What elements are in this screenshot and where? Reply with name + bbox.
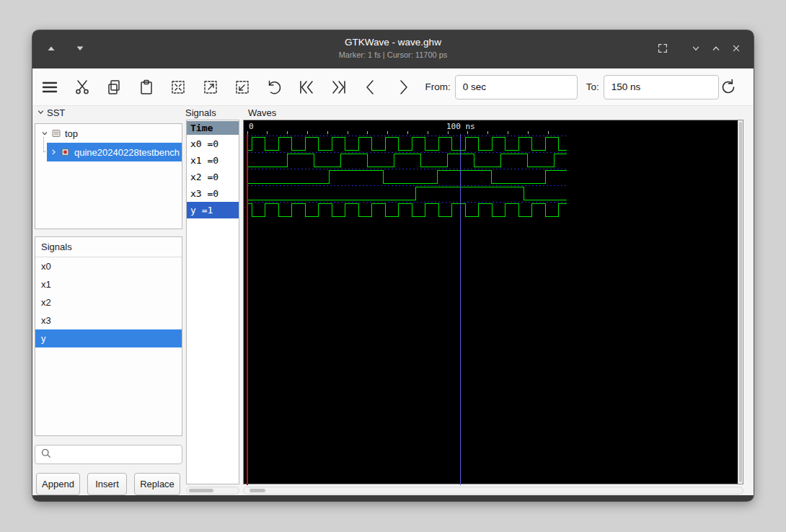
reload-icon — [719, 78, 738, 97]
chevron-up-icon — [710, 42, 723, 58]
chevron-down-icon — [37, 107, 45, 118]
signals-frame-label: Signals — [185, 107, 216, 118]
signal-filter — [35, 445, 182, 464]
scrollbar-thumb[interactable] — [250, 489, 265, 492]
menu-button[interactable] — [37, 74, 63, 100]
window-footer — [32, 495, 754, 501]
replace-button[interactable]: Replace — [134, 473, 180, 495]
zoom-out-button[interactable] — [229, 74, 255, 100]
wave-horizontal-scrollbar[interactable] — [243, 487, 743, 495]
marker-cursor-status: Marker: 1 fs | Cursor: 11700 ps — [32, 50, 754, 59]
timeline-label: 100 ns — [446, 122, 475, 131]
waveform-display[interactable]: 0100 ns — [244, 120, 739, 485]
waves-frame-label: Waves — [248, 107, 276, 118]
waveform-x1 — [247, 154, 567, 167]
undo-icon — [265, 78, 284, 97]
zoom-out-icon — [233, 78, 252, 97]
tree-node-quine20240228testbench[interactable]: quine20240228testbench — [35, 143, 182, 161]
waveform-x2 — [247, 171, 567, 184]
close-button[interactable] — [726, 40, 746, 60]
chevron-down-icon — [689, 42, 702, 58]
scrollbar-thumb[interactable] — [739, 122, 742, 482]
search-icon — [40, 447, 52, 462]
insert-button[interactable]: Insert — [87, 473, 127, 495]
main-area: SST topquine20240228testbench Signals x0… — [32, 106, 754, 495]
copy-icon — [105, 78, 123, 97]
sst-section-header[interactable]: SST — [37, 107, 65, 118]
waveform-y — [247, 204, 567, 217]
to-start-button[interactable] — [293, 74, 319, 100]
paste-button[interactable] — [133, 74, 159, 100]
signal-names-column: Time x0 =0x1 =0x2 =0x3 =0y =1 — [186, 120, 239, 484]
to-end-icon — [330, 78, 348, 97]
titlebar: GTKWave - wave.ghw Marker: 1 fs | Cursor… — [32, 30, 754, 68]
next-icon — [394, 78, 412, 97]
prev-button[interactable] — [358, 74, 384, 100]
to-start-icon — [297, 78, 316, 97]
fullscreen-icon — [656, 42, 669, 58]
to-label: To: — [586, 81, 599, 92]
module-icon — [60, 147, 71, 157]
signal-row-x2[interactable]: x2 =0 — [187, 169, 239, 185]
signal-search-panel: Signals x0x1x2x3y — [35, 236, 182, 436]
undo-button[interactable] — [262, 74, 288, 100]
scrollbar-thumb[interactable] — [189, 489, 213, 492]
timeline-label: 0 — [249, 122, 254, 131]
maximize-button[interactable] — [706, 40, 726, 60]
to-end-button[interactable] — [326, 74, 352, 100]
menu-icon — [40, 78, 59, 97]
tree-node-label: top — [65, 128, 78, 139]
signal-list-item-x2[interactable]: x2 — [35, 293, 182, 311]
signal-row-x1[interactable]: x1 =0 — [187, 152, 239, 169]
zoom-fit-icon — [169, 78, 187, 97]
tree-guide-line — [43, 137, 48, 152]
waveform-x0 — [247, 138, 567, 151]
paste-icon — [137, 78, 156, 97]
zoom-in-button[interactable] — [198, 74, 224, 100]
tree-node-label: quine20240228testbench — [74, 147, 180, 158]
cut-icon — [73, 78, 92, 97]
minimize-button[interactable] — [686, 40, 706, 60]
wave-vertical-scrollbar[interactable] — [738, 120, 743, 484]
close-icon — [730, 42, 743, 58]
signal-row-y[interactable]: y =1 — [187, 202, 239, 218]
expander-closed-icon[interactable] — [48, 147, 58, 157]
signal-row-x3[interactable]: x3 =0 — [187, 185, 239, 202]
copy-button[interactable] — [101, 74, 127, 100]
window-title: GTKWave - wave.ghw — [32, 37, 754, 48]
prev-icon — [361, 78, 380, 97]
signal-list-item-x0[interactable]: x0 — [35, 257, 182, 275]
from-label: From: — [425, 81, 451, 92]
tree-node-top[interactable]: top — [35, 124, 182, 143]
hierarchy-icon — [51, 128, 61, 138]
signal-list-item-y[interactable]: y — [35, 329, 182, 347]
names-horizontal-scrollbar[interactable] — [186, 487, 239, 495]
zoom-fit-button[interactable] — [165, 74, 191, 100]
signals-list-title: Signals — [35, 237, 182, 257]
reload-button[interactable] — [719, 74, 738, 100]
wave-canvas[interactable]: 0100 ns — [243, 120, 743, 484]
gtkwave-window: GTKWave - wave.ghw Marker: 1 fs | Cursor… — [32, 30, 754, 501]
zoom-in-icon — [201, 78, 220, 97]
signal-row-x0[interactable]: x0 =0 — [187, 136, 239, 152]
to-input[interactable] — [604, 75, 719, 99]
time-header-cell[interactable]: Time — [187, 121, 239, 135]
append-button[interactable]: Append — [36, 473, 80, 495]
search-input[interactable] — [56, 445, 182, 464]
from-input[interactable] — [455, 75, 578, 99]
cut-button[interactable] — [69, 74, 95, 100]
fullscreen-button[interactable] — [653, 40, 673, 60]
toolbar: From: To: — [32, 68, 754, 106]
next-button[interactable] — [390, 74, 416, 100]
signal-list-item-x3[interactable]: x3 — [35, 311, 182, 329]
signal-list-item-x1[interactable]: x1 — [35, 275, 182, 293]
sst-tree: topquine20240228testbench — [35, 123, 182, 229]
waveform-x3 — [247, 187, 567, 200]
